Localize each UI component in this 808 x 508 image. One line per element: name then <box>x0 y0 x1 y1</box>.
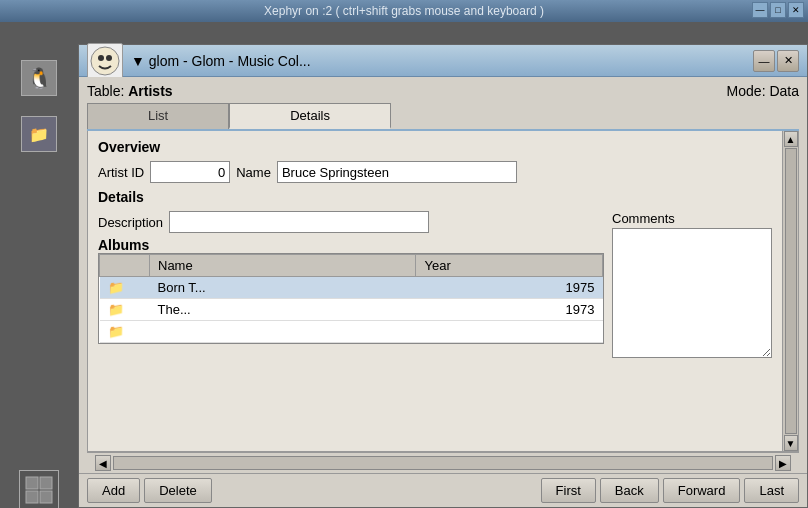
details-form-row: Description Albums <box>98 211 772 358</box>
table-name: Artists <box>128 83 172 99</box>
back-button[interactable]: Back <box>600 478 659 503</box>
last-button[interactable]: Last <box>744 478 799 503</box>
table-row[interactable]: 📁 <box>100 321 603 343</box>
album-name-1: Born T... <box>150 277 416 299</box>
table-label: Table: Artists <box>87 83 173 99</box>
xephyr-window-buttons: — □ ✕ <box>752 2 804 18</box>
xephyr-minimize-button[interactable]: — <box>752 2 768 18</box>
desktop-icon-3-image <box>19 470 59 508</box>
row-icon: 📁 <box>100 321 150 343</box>
app-minimize-button[interactable]: — <box>753 50 775 72</box>
album-year-1: 1975 <box>416 277 603 299</box>
name-input[interactable] <box>277 161 517 183</box>
desktop-icon-1-image: 🐧 <box>21 60 57 96</box>
desktop-icon-1[interactable]: 🐧 <box>15 54 63 102</box>
glom-app-window: ▼ glom - Glom - Music Col... — ✕ Table: … <box>78 44 808 508</box>
description-input[interactable] <box>169 211 429 233</box>
table-row[interactable]: 📁 The... 1973 <box>100 299 603 321</box>
artist-id-input[interactable] <box>150 161 230 183</box>
description-label: Description <box>98 215 163 230</box>
mode-label: Mode: Data <box>727 83 799 99</box>
forward-button[interactable]: Forward <box>663 478 741 503</box>
svg-rect-3 <box>40 491 52 503</box>
svg-point-5 <box>98 55 104 61</box>
table-header-row: Table: Artists Mode: Data <box>87 81 799 103</box>
scrollbar-down-button[interactable]: ▼ <box>784 435 798 451</box>
album-name-2: The... <box>150 299 416 321</box>
details-panel: Overview Artist ID Name Details <box>87 131 799 452</box>
artist-id-row: Artist ID Name <box>98 161 772 183</box>
desktop: 🐧 📁 <box>0 22 808 508</box>
albums-col-name <box>100 255 150 277</box>
album-year-3 <box>416 321 603 343</box>
xephyr-close-button[interactable]: ✕ <box>788 2 804 18</box>
desktop-icon-2-image: 📁 <box>21 116 57 152</box>
album-year-2: 1973 <box>416 299 603 321</box>
first-button[interactable]: First <box>541 478 596 503</box>
horizontal-scrollbar-container: ◀ ▶ <box>87 452 799 473</box>
name-label: Name <box>236 165 271 180</box>
mode-value: Data <box>769 83 799 99</box>
svg-rect-0 <box>26 477 38 489</box>
svg-point-4 <box>91 47 119 75</box>
table-row[interactable]: 📁 Born T... 1975 <box>100 277 603 299</box>
delete-button[interactable]: Delete <box>144 478 212 503</box>
app-titlebar: ▼ glom - Glom - Music Col... — ✕ <box>79 45 807 77</box>
tab-list[interactable]: List <box>87 103 229 129</box>
app-title-text: ▼ glom - Glom - Music Col... <box>131 53 745 69</box>
tabs-bar: List Details <box>87 103 799 131</box>
albums-col-year-header[interactable]: Year <box>416 255 603 277</box>
bottom-toolbar: Add Delete First Back Forward Last <box>79 473 807 507</box>
row-icon: 📁 <box>100 299 150 321</box>
description-row: Description <box>98 211 604 233</box>
comments-textarea[interactable] <box>612 228 772 358</box>
panel-main: Overview Artist ID Name Details <box>88 131 782 451</box>
desktop-icon-2[interactable]: 📁 <box>15 110 63 158</box>
svg-point-6 <box>106 55 112 61</box>
comments-label: Comments <box>612 211 772 226</box>
overview-section-header: Overview <box>98 139 772 155</box>
albums-col-name-header[interactable]: Name <box>150 255 416 277</box>
main-content: Table: Artists Mode: Data List Details <box>79 77 807 473</box>
h-scroll-right-button[interactable]: ▶ <box>775 455 791 471</box>
app-window-inner: ▼ glom - Glom - Music Col... — ✕ Table: … <box>78 44 808 508</box>
xephyr-maximize-button[interactable]: □ <box>770 2 786 18</box>
desktop-icons-panel: 🐧 📁 <box>0 46 78 508</box>
details-section-header: Details <box>98 189 772 205</box>
svg-rect-1 <box>40 477 52 489</box>
tab-details[interactable]: Details <box>229 103 391 129</box>
app-root: Xephyr on :2 ( ctrl+shift grabs mouse an… <box>0 0 808 508</box>
app-logo <box>87 43 123 79</box>
vertical-scrollbar[interactable]: ▲ ▼ <box>782 131 798 451</box>
scrollbar-thumb[interactable] <box>785 148 797 434</box>
albums-section: Albums <box>98 237 604 344</box>
scrollbar-up-button[interactable]: ▲ <box>784 131 798 147</box>
album-name-3 <box>150 321 416 343</box>
row-icon: 📁 <box>100 277 150 299</box>
albums-table: Name Year 📁 <box>99 254 603 343</box>
xephyr-titlebar: Xephyr on :2 ( ctrl+shift grabs mouse an… <box>0 0 808 22</box>
xephyr-title-text: Xephyr on :2 ( ctrl+shift grabs mouse an… <box>264 4 544 18</box>
desktop-icon-3[interactable] <box>15 466 63 508</box>
artist-id-label: Artist ID <box>98 165 144 180</box>
albums-section-header: Albums <box>98 237 604 253</box>
add-button[interactable]: Add <box>87 478 140 503</box>
h-scroll-track[interactable] <box>113 456 773 470</box>
app-close-button[interactable]: ✕ <box>777 50 799 72</box>
h-scroll-left-button[interactable]: ◀ <box>95 455 111 471</box>
svg-rect-2 <box>26 491 38 503</box>
albums-table-container: Name Year 📁 <box>98 253 604 344</box>
app-window-controls: — ✕ <box>753 50 799 72</box>
